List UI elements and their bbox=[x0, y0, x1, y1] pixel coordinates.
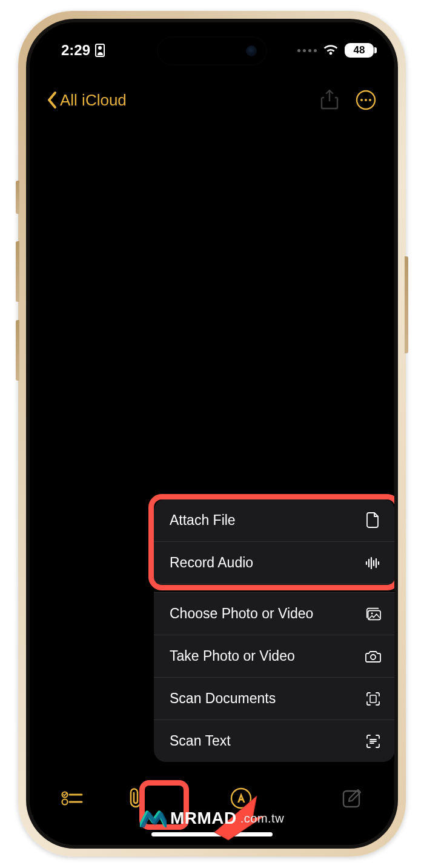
wifi-icon bbox=[323, 44, 339, 56]
watermark-logo-icon bbox=[140, 809, 167, 827]
menu-item-label: Record Audio bbox=[170, 555, 253, 571]
watermark-domain: .com.tw bbox=[240, 812, 284, 826]
camera-icon bbox=[365, 648, 382, 665]
svg-point-10 bbox=[231, 789, 251, 808]
camera-dot-icon bbox=[246, 45, 257, 56]
back-button[interactable]: All iCloud bbox=[47, 91, 127, 110]
menu-separator bbox=[154, 584, 394, 592]
svg-point-1 bbox=[360, 99, 363, 101]
scan-text-icon bbox=[365, 733, 382, 750]
phone-frame: 2:29 48 bbox=[18, 11, 406, 856]
back-label: All iCloud bbox=[60, 91, 127, 110]
battery-indicator: 48 bbox=[345, 43, 374, 58]
share-button[interactable] bbox=[318, 88, 341, 112]
svg-point-5 bbox=[371, 612, 373, 614]
contact-card-icon bbox=[95, 44, 105, 57]
navbar: All iCloud bbox=[30, 80, 394, 120]
checklist-button[interactable] bbox=[59, 785, 85, 812]
scan-document-icon bbox=[365, 690, 382, 707]
home-indicator[interactable] bbox=[151, 832, 273, 836]
menu-item-choose-photo-video[interactable]: Choose Photo or Video bbox=[154, 592, 394, 635]
menu-item-label: Choose Photo or Video bbox=[170, 606, 313, 622]
screen: 2:29 48 bbox=[30, 22, 394, 845]
menu-item-record-audio[interactable]: Record Audio bbox=[154, 541, 394, 584]
dynamic-island bbox=[157, 37, 267, 65]
menu-item-attach-file[interactable]: Attach File bbox=[154, 499, 394, 541]
markup-button[interactable] bbox=[228, 785, 254, 812]
svg-rect-7 bbox=[370, 695, 376, 703]
svg-point-3 bbox=[369, 99, 371, 101]
attachment-button[interactable] bbox=[124, 785, 150, 812]
menu-item-label: Take Photo or Video bbox=[170, 648, 295, 664]
document-icon bbox=[365, 512, 382, 529]
watermark-text: MRMAD bbox=[170, 809, 237, 828]
side-button bbox=[16, 320, 19, 381]
compose-button[interactable] bbox=[339, 785, 365, 812]
attachment-menu: Attach File Record Audio Choose Photo o bbox=[154, 499, 394, 762]
side-button bbox=[16, 241, 19, 302]
menu-item-label: Scan Documents bbox=[170, 690, 276, 707]
more-button[interactable] bbox=[354, 88, 377, 112]
waveform-icon bbox=[365, 555, 382, 572]
svg-point-9 bbox=[62, 800, 68, 805]
chevron-left-icon bbox=[47, 91, 58, 109]
svg-rect-11 bbox=[343, 791, 359, 807]
photo-stack-icon bbox=[365, 606, 382, 623]
status-time: 2:29 bbox=[61, 42, 90, 59]
status-dots-icon bbox=[297, 49, 317, 52]
battery-percent: 48 bbox=[354, 44, 365, 56]
menu-item-scan-text[interactable]: Scan Text bbox=[154, 719, 394, 762]
svg-point-2 bbox=[365, 99, 367, 101]
menu-item-label: Scan Text bbox=[170, 733, 231, 749]
side-button bbox=[405, 256, 408, 353]
menu-item-scan-documents[interactable]: Scan Documents bbox=[154, 677, 394, 719]
menu-item-label: Attach File bbox=[170, 512, 236, 529]
watermark: MRMAD.com.tw bbox=[140, 809, 284, 828]
side-button bbox=[16, 181, 19, 214]
svg-point-6 bbox=[371, 655, 376, 659]
menu-item-take-photo-video[interactable]: Take Photo or Video bbox=[154, 635, 394, 677]
